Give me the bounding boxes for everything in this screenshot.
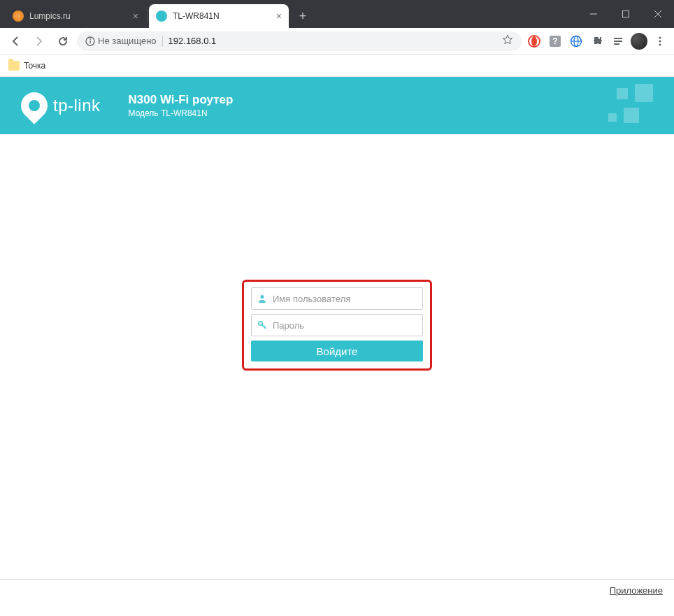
tab-title: Lumpics.ru <box>29 11 127 21</box>
svg-point-6 <box>89 38 91 40</box>
password-field-wrap[interactable] <box>251 314 423 336</box>
username-input[interactable] <box>273 294 417 304</box>
menu-button[interactable] <box>652 33 668 50</box>
page-footer: Приложение <box>0 579 674 596</box>
security-label: Не защищено <box>98 36 157 46</box>
favicon-icon <box>156 10 167 22</box>
browser-titlebar: Lumpics.ru × TL-WR841N × + <box>0 0 674 28</box>
new-tab-button[interactable]: + <box>293 6 313 26</box>
puzzle-icon <box>591 36 603 47</box>
arrow-right-icon <box>34 36 45 47</box>
tab-tlwr841n[interactable]: TL-WR841N × <box>149 4 289 28</box>
router-title: N300 Wi-Fi роутер <box>129 93 234 107</box>
kebab-icon <box>654 36 666 47</box>
svg-line-23 <box>264 326 266 327</box>
favicon-icon <box>13 10 24 22</box>
svg-text:?: ? <box>552 36 557 46</box>
logo-text: tp-link <box>53 96 101 115</box>
maximize-button[interactable] <box>610 0 642 28</box>
arrow-left-icon <box>10 36 21 47</box>
bookmark-star-button[interactable] <box>502 34 513 48</box>
close-icon[interactable]: × <box>276 10 282 22</box>
minimize-icon <box>590 10 597 17</box>
svg-point-19 <box>659 43 661 45</box>
extension-globe-icon[interactable] <box>568 33 585 50</box>
address-bar[interactable]: Не защищено 192.168.0.1 <box>77 31 522 51</box>
svg-point-20 <box>261 295 264 299</box>
reading-list-button[interactable] <box>610 33 626 50</box>
tab-title: TL-WR841N <box>173 11 271 21</box>
divider <box>162 36 163 47</box>
close-icon <box>654 10 661 17</box>
back-button[interactable] <box>6 31 25 51</box>
router-header: tp-link N300 Wi-Fi роутер Модель TL-WR84… <box>0 77 674 134</box>
question-icon: ? <box>549 35 561 48</box>
bookmark-label: Точка <box>24 61 45 71</box>
tplink-logo: tp-link <box>21 92 101 119</box>
url-text: 192.168.0.1 <box>168 36 496 46</box>
star-icon <box>502 34 513 45</box>
security-status[interactable]: Не защищено <box>85 36 157 46</box>
password-input[interactable] <box>273 320 417 331</box>
info-icon <box>85 36 95 46</box>
svg-point-17 <box>659 36 661 38</box>
login-highlight-box: Войдите <box>242 280 432 371</box>
extensions-button[interactable] <box>589 33 605 50</box>
forward-button[interactable] <box>29 31 49 51</box>
minimize-button[interactable] <box>578 0 610 28</box>
bookmark-item[interactable]: Точка <box>8 61 45 71</box>
username-field-wrap[interactable] <box>251 287 423 310</box>
router-title-block: N300 Wi-Fi роутер Модель TL-WR841N <box>129 93 234 118</box>
tab-lumpics[interactable]: Lumpics.ru × <box>6 4 145 28</box>
globe-icon <box>570 35 582 48</box>
reload-button[interactable] <box>53 31 73 51</box>
close-button[interactable] <box>642 0 674 28</box>
login-button[interactable]: Войдите <box>251 341 423 361</box>
app-link[interactable]: Приложение <box>610 585 663 596</box>
svg-point-18 <box>659 40 661 42</box>
user-icon <box>257 294 267 303</box>
extension-opera-icon[interactable] <box>526 33 543 50</box>
maximize-icon <box>622 10 629 17</box>
svg-rect-1 <box>623 11 629 17</box>
extension-help-icon[interactable]: ? <box>547 33 564 50</box>
close-icon[interactable]: × <box>133 10 138 22</box>
tab-strip: Lumpics.ru × TL-WR841N × + <box>6 4 313 28</box>
folder-icon <box>8 61 20 71</box>
svg-point-8 <box>531 36 537 46</box>
opera-icon <box>528 35 540 48</box>
svg-point-21 <box>259 322 263 326</box>
router-subtitle: Модель TL-WR841N <box>129 108 234 118</box>
logo-mark-icon <box>15 87 53 124</box>
reload-icon <box>57 36 69 47</box>
key-icon <box>257 320 267 330</box>
window-controls <box>578 0 674 28</box>
login-panel: Войдите <box>242 280 432 371</box>
list-icon <box>612 36 624 47</box>
browser-toolbar: Не защищено 192.168.0.1 ? <box>0 28 674 55</box>
profile-avatar[interactable] <box>631 33 647 50</box>
bookmarks-bar: Точка <box>0 55 674 77</box>
tab-separator <box>147 9 148 23</box>
